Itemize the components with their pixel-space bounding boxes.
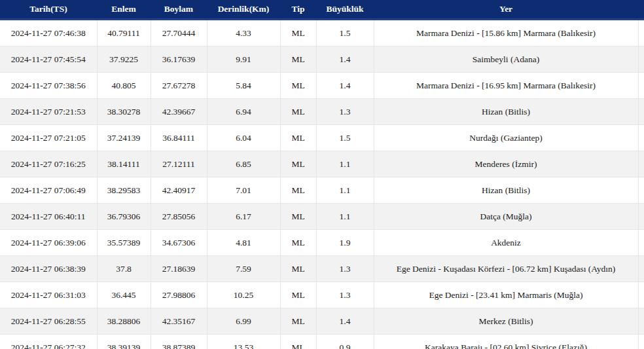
cell-location: Ege Denizi - Kuşadası Körfezi - [06.72 k… bbox=[374, 256, 638, 282]
cell-latitude: 36.79306 bbox=[97, 204, 151, 230]
cell-filler bbox=[638, 151, 644, 177]
cell-date: 2024-11-27 07:21:53 bbox=[0, 99, 97, 125]
cell-magnitude: 0.9 bbox=[316, 335, 374, 349]
cell-filler bbox=[638, 230, 644, 256]
cell-magnitude: 1.1 bbox=[316, 177, 374, 204]
cell-date: 2024-11-27 06:28:55 bbox=[0, 308, 97, 335]
table-header: Tarih(TS)EnlemBoylamDerinlik(Km)TipBüyük… bbox=[0, 0, 644, 20]
cell-type: ML bbox=[280, 256, 316, 282]
cell-location: Hizan (Bitlis) bbox=[374, 177, 638, 204]
cell-magnitude: 1.4 bbox=[316, 308, 374, 335]
cell-location: Marmara Denizi - [15.86 km] Marmara (Bal… bbox=[374, 20, 638, 46]
cell-depth: 5.84 bbox=[207, 73, 280, 99]
cell-date: 2024-11-27 07:16:25 bbox=[0, 151, 97, 177]
cell-latitude: 36.445 bbox=[97, 282, 151, 308]
column-header-depth: Derinlik(Km) bbox=[207, 0, 280, 20]
cell-location: Akdeniz bbox=[374, 230, 638, 256]
cell-latitude: 38.30278 bbox=[97, 99, 151, 125]
table-row: 2024-11-27 07:21:5338.3027842.396676.94M… bbox=[0, 99, 644, 125]
cell-longitude: 27.70444 bbox=[151, 20, 207, 46]
cell-latitude: 40.805 bbox=[97, 73, 151, 99]
table-row: 2024-11-27 06:31:0336.44527.9880610.25ML… bbox=[0, 282, 644, 308]
cell-longitude: 38.87389 bbox=[151, 335, 207, 349]
table-row: 2024-11-27 07:06:4938.2958342.409177.01M… bbox=[0, 177, 644, 204]
table-row: 2024-11-27 06:38:3937.827.186397.59ML1.3… bbox=[0, 256, 644, 282]
cell-location: Nurdağı (Gaziantep) bbox=[374, 125, 638, 151]
cell-filler bbox=[638, 335, 644, 349]
cell-magnitude: 1.3 bbox=[316, 99, 374, 125]
cell-longitude: 27.98806 bbox=[151, 282, 207, 308]
cell-depth: 6.04 bbox=[207, 125, 280, 151]
table-row: 2024-11-27 07:16:2538.1411127.121116.85M… bbox=[0, 151, 644, 177]
cell-longitude: 36.84111 bbox=[151, 125, 207, 151]
table-header-row: Tarih(TS)EnlemBoylamDerinlik(Km)TipBüyük… bbox=[0, 0, 644, 20]
cell-filler bbox=[638, 256, 644, 282]
cell-latitude: 40.79111 bbox=[97, 20, 151, 46]
table-row: 2024-11-27 07:45:5437.922536.176399.91ML… bbox=[0, 46, 644, 73]
cell-depth: 9.91 bbox=[207, 46, 280, 73]
table-row: 2024-11-27 06:39:0635.5738934.673064.81M… bbox=[0, 230, 644, 256]
cell-depth: 6.17 bbox=[207, 204, 280, 230]
cell-magnitude: 1.1 bbox=[316, 204, 374, 230]
cell-depth: 4.81 bbox=[207, 230, 280, 256]
table-body: 2024-11-27 07:46:3840.7911127.704444.33M… bbox=[0, 20, 644, 349]
cell-latitude: 37.8 bbox=[97, 256, 151, 282]
cell-latitude: 38.29583 bbox=[97, 177, 151, 204]
cell-magnitude: 1.5 bbox=[316, 20, 374, 46]
cell-longitude: 34.67306 bbox=[151, 230, 207, 256]
cell-type: ML bbox=[280, 73, 316, 99]
cell-type: ML bbox=[280, 177, 316, 204]
cell-latitude: 37.9225 bbox=[97, 46, 151, 73]
table-row: 2024-11-27 07:38:5640.80527.672785.84ML1… bbox=[0, 73, 644, 99]
cell-location: Ege Denizi - [23.41 km] Marmaris (Muğla) bbox=[374, 282, 638, 308]
cell-date: 2024-11-27 07:46:38 bbox=[0, 20, 97, 46]
cell-depth: 6.85 bbox=[207, 151, 280, 177]
cell-date: 2024-11-27 06:38:39 bbox=[0, 256, 97, 282]
cell-depth: 10.25 bbox=[207, 282, 280, 308]
cell-date: 2024-11-27 07:06:49 bbox=[0, 177, 97, 204]
earthquake-table: Tarih(TS)EnlemBoylamDerinlik(Km)TipBüyük… bbox=[0, 0, 644, 349]
table-row: 2024-11-27 07:46:3840.7911127.704444.33M… bbox=[0, 20, 644, 46]
cell-location: Karakaya Barajı - [02.60 km] Sivrice (El… bbox=[374, 335, 638, 349]
cell-location: Saimbeyli (Adana) bbox=[374, 46, 638, 73]
cell-type: ML bbox=[280, 99, 316, 125]
column-header-longitude: Boylam bbox=[151, 0, 207, 20]
cell-location: Hizan (Bitlis) bbox=[374, 99, 638, 125]
cell-latitude: 35.57389 bbox=[97, 230, 151, 256]
cell-filler bbox=[638, 204, 644, 230]
earthquake-list: Tarih(TS)EnlemBoylamDerinlik(Km)TipBüyük… bbox=[0, 0, 644, 349]
cell-type: ML bbox=[280, 46, 316, 73]
cell-location: Datça (Muğla) bbox=[374, 204, 638, 230]
cell-filler bbox=[638, 125, 644, 151]
cell-filler bbox=[638, 73, 644, 99]
cell-filler bbox=[638, 20, 644, 46]
cell-type: ML bbox=[280, 282, 316, 308]
cell-filler bbox=[638, 308, 644, 335]
cell-location: Menderes (İzmir) bbox=[374, 151, 638, 177]
cell-filler bbox=[638, 99, 644, 125]
cell-magnitude: 1.4 bbox=[316, 73, 374, 99]
cell-depth: 7.59 bbox=[207, 256, 280, 282]
cell-type: ML bbox=[280, 230, 316, 256]
cell-depth: 6.99 bbox=[207, 308, 280, 335]
cell-magnitude: 1.3 bbox=[316, 256, 374, 282]
cell-date: 2024-11-27 06:39:06 bbox=[0, 230, 97, 256]
cell-longitude: 27.85056 bbox=[151, 204, 207, 230]
cell-magnitude: 1.5 bbox=[316, 125, 374, 151]
cell-longitude: 42.39667 bbox=[151, 99, 207, 125]
column-header-filler bbox=[638, 0, 644, 20]
cell-latitude: 38.28806 bbox=[97, 308, 151, 335]
cell-type: ML bbox=[280, 20, 316, 46]
table-row: 2024-11-27 06:27:3238.3913938.8738913.53… bbox=[0, 335, 644, 349]
cell-longitude: 36.17639 bbox=[151, 46, 207, 73]
column-header-location: Yer bbox=[374, 0, 638, 20]
cell-type: ML bbox=[280, 125, 316, 151]
cell-longitude: 27.18639 bbox=[151, 256, 207, 282]
cell-filler bbox=[638, 282, 644, 308]
cell-type: ML bbox=[280, 204, 316, 230]
cell-latitude: 37.24139 bbox=[97, 125, 151, 151]
cell-date: 2024-11-27 07:21:05 bbox=[0, 125, 97, 151]
cell-longitude: 42.35167 bbox=[151, 308, 207, 335]
cell-magnitude: 1.4 bbox=[316, 46, 374, 73]
cell-magnitude: 1.9 bbox=[316, 230, 374, 256]
